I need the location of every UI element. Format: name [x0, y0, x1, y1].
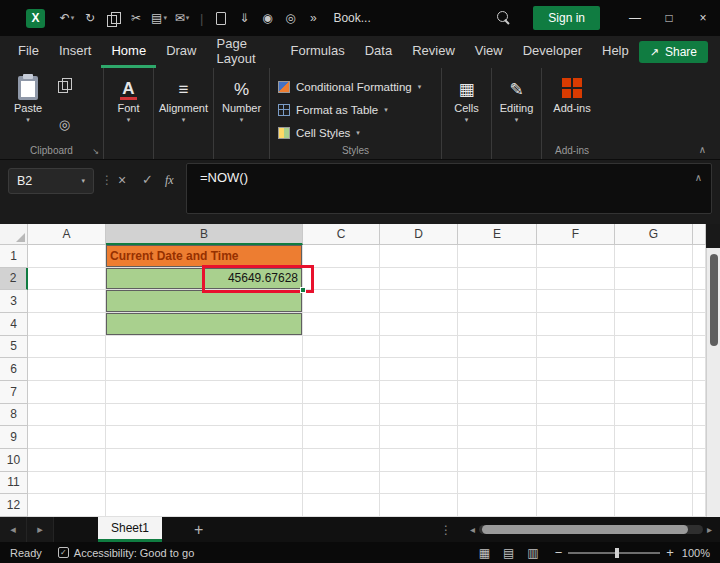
maximize-button[interactable]: □ [652, 0, 686, 36]
cell-B7[interactable] [106, 381, 303, 404]
enter-entry-icon[interactable]: ✓ [142, 172, 153, 187]
cell-B9[interactable] [106, 426, 303, 449]
vertical-scrollbar[interactable] [706, 224, 720, 517]
cell-C5[interactable] [303, 336, 380, 359]
cell-D6[interactable] [380, 358, 458, 381]
select-all-corner[interactable] [0, 224, 28, 245]
cell-C12[interactable] [303, 494, 380, 517]
number-button[interactable]: % Number ▾ [214, 74, 269, 124]
cell-F4[interactable] [537, 313, 615, 336]
cell-A8[interactable] [28, 404, 106, 427]
alignment-button[interactable]: ≡ Alignment ▾ [154, 74, 213, 124]
cell-F5[interactable] [537, 336, 615, 359]
cell-D3[interactable] [380, 290, 458, 313]
column-header-B[interactable]: B [106, 224, 303, 245]
cell-D10[interactable] [380, 449, 458, 472]
next-sheet-button[interactable]: ▸ [27, 517, 54, 542]
cell-B11[interactable] [106, 472, 303, 495]
cell-E2[interactable] [458, 268, 537, 291]
cells-button[interactable]: ▦ Cells ▾ [442, 74, 491, 124]
formula-input[interactable]: =NOW() [186, 163, 712, 214]
cell-E6[interactable] [458, 358, 537, 381]
menu-home[interactable]: Home [101, 36, 156, 68]
cell-E3[interactable] [458, 290, 537, 313]
horizontal-scrollbar-thumb[interactable] [482, 525, 688, 534]
column-header-G[interactable]: G [615, 224, 693, 245]
cell-A12[interactable] [28, 494, 106, 517]
cell-A7[interactable] [28, 381, 106, 404]
sign-in-button[interactable]: Sign in [533, 6, 600, 30]
conditional-formatting-button[interactable]: Conditional Formatting ▾ [278, 76, 437, 97]
cell-F6[interactable] [537, 358, 615, 381]
cell-E11[interactable] [458, 472, 537, 495]
prev-sheet-button[interactable]: ◂ [0, 517, 27, 542]
row-header-10[interactable]: 10 [0, 449, 28, 472]
cell-B1[interactable]: Current Date and Time [106, 245, 303, 268]
cell-D5[interactable] [380, 336, 458, 359]
toolbar-overflow-button[interactable]: » [303, 7, 323, 29]
cell-B8[interactable] [106, 404, 303, 427]
cell-styles-button[interactable]: Cell Styles ▾ [278, 122, 437, 143]
font-button[interactable]: A Font ▾ [104, 74, 153, 124]
cell-E4[interactable] [458, 313, 537, 336]
cell-D2[interactable] [380, 268, 458, 291]
menu-draw[interactable]: Draw [156, 36, 206, 68]
clipboard-dialog-launcher-icon[interactable]: ↘ [92, 147, 99, 156]
share-button[interactable]: ↗ Share [639, 41, 708, 63]
format-as-table-button[interactable]: Format as Table ▾ [278, 99, 437, 120]
paste-button[interactable]: Paste ▾ [6, 74, 50, 124]
cell-A4[interactable] [28, 313, 106, 336]
row-header-6[interactable]: 6 [0, 358, 28, 381]
cell-B10[interactable] [106, 449, 303, 472]
cell-C11[interactable] [303, 472, 380, 495]
cell-C4[interactable] [303, 313, 380, 336]
horizontal-scrollbar[interactable] [479, 525, 703, 534]
cell-B5[interactable] [106, 336, 303, 359]
cell-C8[interactable] [303, 404, 380, 427]
cell-F9[interactable] [537, 426, 615, 449]
page-layout-view-button[interactable]: ▤ [503, 546, 514, 560]
menu-review[interactable]: Review [402, 36, 465, 68]
row-header-12[interactable]: 12 [0, 494, 28, 517]
cell-G4[interactable] [615, 313, 693, 336]
camera-button[interactable]: ◉ [257, 7, 277, 29]
draw-button[interactable]: ◎ [280, 7, 300, 29]
cell-D8[interactable] [380, 404, 458, 427]
cell-G3[interactable] [615, 290, 693, 313]
cell-A11[interactable] [28, 472, 106, 495]
formula-bar-collapse-icon[interactable]: ∧ [695, 172, 702, 183]
row-header-5[interactable]: 5 [0, 336, 28, 359]
cell-G11[interactable] [615, 472, 693, 495]
cell-D7[interactable] [380, 381, 458, 404]
search-icon[interactable] [497, 11, 511, 25]
ribbon-collapse-icon[interactable]: ∧ [699, 144, 706, 155]
menu-file[interactable]: File [8, 36, 49, 68]
cell-F12[interactable] [537, 494, 615, 517]
menu-help[interactable]: Help [592, 36, 639, 68]
cell-F7[interactable] [537, 381, 615, 404]
copy-small-icon[interactable] [58, 78, 71, 91]
row-header-7[interactable]: 7 [0, 381, 28, 404]
chart-button[interactable]: ▤▾ [149, 7, 169, 29]
cell-C10[interactable] [303, 449, 380, 472]
cell-C2[interactable] [303, 268, 380, 291]
editing-button[interactable]: ✎ Editing ▾ [492, 74, 541, 124]
menu-view[interactable]: View [465, 36, 513, 68]
addins-button[interactable]: Add-ins [542, 74, 602, 114]
cell-D4[interactable] [380, 313, 458, 336]
cell-F11[interactable] [537, 472, 615, 495]
fill-handle[interactable] [300, 287, 306, 293]
page-break-view-button[interactable]: ▥ [527, 546, 538, 560]
row-header-4[interactable]: 4 [0, 313, 28, 336]
cell-G6[interactable] [615, 358, 693, 381]
name-box[interactable]: B2 ▾ [8, 168, 94, 194]
cell-A10[interactable] [28, 449, 106, 472]
sheet-tab-sheet1[interactable]: Sheet1 [98, 517, 162, 542]
cell-A6[interactable] [28, 358, 106, 381]
zoom-slider[interactable] [568, 546, 660, 560]
new-document-button[interactable] [211, 7, 231, 29]
cell-A1[interactable] [28, 245, 106, 268]
cell-E1[interactable] [458, 245, 537, 268]
row-header-8[interactable]: 8 [0, 404, 28, 427]
mail-button[interactable]: ✉▾ [172, 7, 192, 29]
